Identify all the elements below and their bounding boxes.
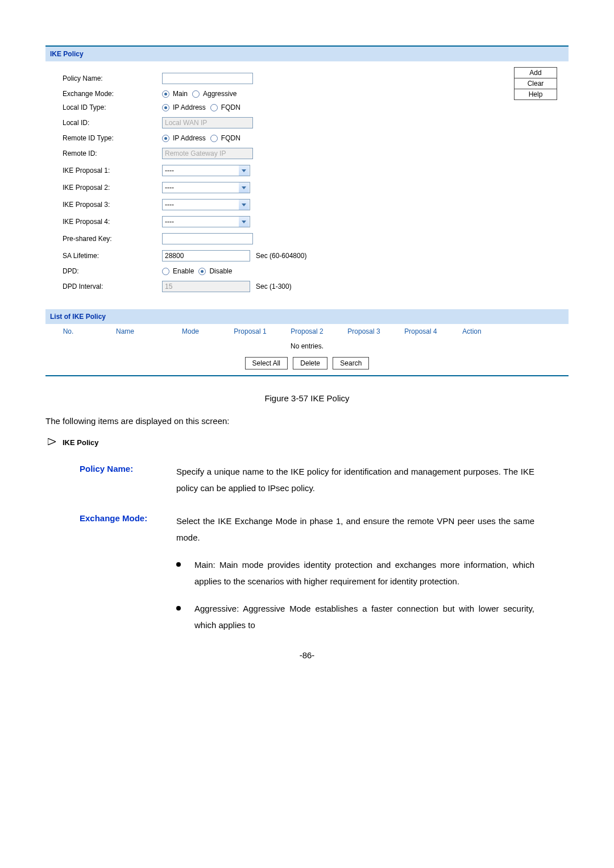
search-button[interactable]: Search	[333, 357, 369, 369]
local-id-label: Local ID:	[57, 119, 162, 127]
th-proposal3: Proposal 3	[335, 327, 392, 335]
sa-lifetime-suffix: Sec (60-604800)	[256, 252, 306, 260]
bullet-aggressive: Aggressive: Aggressive Mode establishes …	[176, 601, 534, 633]
ike-proposal-4-label: IKE Proposal 4:	[57, 218, 162, 226]
th-proposal1: Proposal 1	[222, 327, 279, 335]
bullet-main-text: Main: Main mode provides identity protec…	[194, 557, 534, 589]
policy-name-label: Policy Name:	[57, 74, 162, 82]
ike-proposal-2-label: IKE Proposal 2:	[57, 184, 162, 192]
pre-shared-key-label: Pre-shared Key:	[57, 235, 162, 243]
remote-id-type-fqdn-radio[interactable]: FQDN	[210, 134, 240, 142]
policy-name-desc-block: Policy Name: Specify a unique name to th…	[80, 464, 569, 496]
radio-unselected-icon	[162, 268, 169, 275]
pre-shared-key-input[interactable]	[162, 233, 253, 244]
radio-unselected-icon	[210, 135, 218, 142]
exchange-mode-desc-label: Exchange Mode:	[80, 513, 176, 546]
remote-id-type-label: Remote ID Type:	[57, 134, 162, 142]
th-mode: Mode	[159, 327, 222, 335]
chevron-down-icon	[239, 165, 249, 176]
th-proposal4: Proposal 4	[392, 327, 449, 335]
ike-proposal-4-select[interactable]: ----	[162, 216, 250, 227]
th-no: No.	[45, 327, 91, 335]
exchange-mode-main-radio[interactable]: Main	[162, 90, 188, 98]
radio-unselected-icon	[210, 104, 218, 111]
sa-lifetime-label: SA Lifetime:	[57, 252, 162, 260]
clear-button[interactable]: Clear	[514, 78, 557, 89]
ike-proposal-3-label: IKE Proposal 3:	[57, 201, 162, 209]
section-title: IKE Policy	[63, 438, 99, 447]
side-buttons: Add Clear Help	[514, 67, 557, 99]
th-proposal2: Proposal 2	[279, 327, 335, 335]
chevron-down-icon	[239, 217, 249, 227]
dpd-interval-label: DPD Interval:	[57, 283, 162, 290]
arrow-right-icon	[48, 438, 56, 447]
intro-text: The following items are displayed on thi…	[45, 414, 569, 428]
help-button[interactable]: Help	[514, 89, 557, 100]
sa-lifetime-input[interactable]	[162, 250, 250, 261]
th-name: Name	[91, 327, 159, 335]
figure-caption: Figure 3-57 IKE Policy	[45, 393, 569, 403]
chevron-down-icon	[239, 182, 249, 193]
radio-selected-icon	[162, 90, 169, 98]
remote-id-input	[162, 148, 253, 159]
dpd-interval-input	[162, 281, 250, 292]
add-button[interactable]: Add	[514, 67, 557, 78]
dpd-enable-radio[interactable]: Enable	[162, 267, 194, 275]
table-header-row: No. Name Mode Proposal 1 Proposal 2 Prop…	[45, 324, 569, 339]
policy-name-desc-label: Policy Name:	[80, 464, 176, 496]
ike-proposal-1-label: IKE Proposal 1:	[57, 167, 162, 175]
bullet-icon	[176, 606, 181, 610]
section-ike-policy-bullet: IKE Policy	[45, 438, 569, 447]
section-list-header: List of IKE Policy	[45, 309, 569, 324]
ike-policy-panel: IKE Policy Add Clear Help Policy Name: E…	[45, 45, 569, 376]
local-id-type-label: Local ID Type:	[57, 103, 162, 111]
bullet-icon	[176, 562, 181, 567]
local-id-input	[162, 117, 253, 128]
ike-proposal-2-select[interactable]: ----	[162, 182, 250, 193]
dpd-disable-radio[interactable]: Disable	[198, 267, 232, 275]
local-id-type-fqdn-radio[interactable]: FQDN	[210, 103, 240, 111]
dpd-interval-suffix: Sec (1-300)	[256, 283, 292, 290]
policy-name-desc-text: Specify a unique name to the IKE policy …	[176, 464, 534, 496]
dpd-label: DPD:	[57, 267, 162, 275]
bottom-buttons: Select All Delete Search	[45, 354, 569, 375]
exchange-mode-label: Exchange Mode:	[57, 90, 162, 98]
exchange-mode-desc-block: Exchange Mode: Select the IKE Exchange M…	[80, 513, 569, 546]
th-action: Action	[449, 327, 495, 335]
no-entries-text: No entries.	[45, 339, 569, 354]
remote-id-label: Remote ID:	[57, 149, 162, 157]
select-all-button[interactable]: Select All	[245, 357, 288, 369]
delete-button[interactable]: Delete	[293, 357, 327, 369]
bullet-aggressive-text: Aggressive: Aggressive Mode establishes …	[194, 601, 534, 633]
page-number: -86-	[45, 650, 569, 660]
exchange-mode-desc-text: Select the IKE Exchange Mode in phase 1,…	[176, 513, 534, 546]
radio-selected-icon	[162, 104, 169, 111]
ike-proposal-1-select[interactable]: ----	[162, 165, 250, 176]
exchange-mode-aggressive-radio[interactable]: Aggressive	[192, 90, 237, 98]
radio-selected-icon	[162, 135, 169, 142]
radio-selected-icon	[198, 268, 206, 275]
bullet-main: Main: Main mode provides identity protec…	[176, 557, 534, 589]
exchange-mode-bullets: Main: Main mode provides identity protec…	[176, 557, 569, 633]
chevron-down-icon	[239, 200, 249, 210]
section-ike-policy-header: IKE Policy	[45, 47, 569, 61]
local-id-type-ip-radio[interactable]: IP Address	[162, 103, 206, 111]
remote-id-type-ip-radio[interactable]: IP Address	[162, 134, 206, 142]
radio-unselected-icon	[192, 90, 200, 98]
ike-proposal-3-select[interactable]: ----	[162, 199, 250, 210]
policy-name-input[interactable]	[162, 73, 253, 84]
